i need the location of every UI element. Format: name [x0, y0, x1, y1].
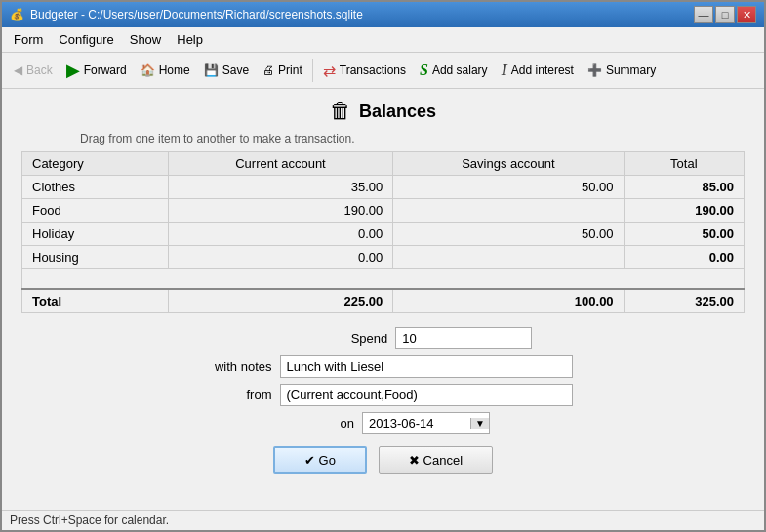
- row-housing-total: 0.00: [624, 246, 744, 269]
- total-savings: 100.00: [393, 289, 624, 313]
- buttons-row: ✔ Go ✖ Cancel: [273, 446, 493, 474]
- print-button[interactable]: 🖨 Print: [257, 61, 308, 80]
- forward-button[interactable]: ▶ Forward: [60, 57, 133, 84]
- transactions-button[interactable]: ⇄ Transactions: [317, 59, 412, 83]
- on-label: on: [276, 416, 354, 430]
- row-food-current: 190.00: [168, 199, 392, 223]
- row-housing-savings: [393, 246, 624, 269]
- cancel-button[interactable]: ✖ Cancel: [379, 446, 493, 474]
- date-row: on ▼: [276, 412, 490, 434]
- home-icon: 🏠: [141, 63, 155, 77]
- main-window: 💰 Budgeter - C:/Users/user/Documents/Ric…: [0, 0, 766, 532]
- total-row: Total 225.00 100.00 325.00: [22, 289, 745, 313]
- toolbar-separator: [312, 59, 313, 82]
- forward-icon: ▶: [66, 60, 80, 81]
- summary-button[interactable]: ➕ Summary: [582, 61, 662, 80]
- spacer-row: [22, 269, 745, 289]
- row-food-category: Food: [22, 199, 169, 223]
- drag-hint: Drag from one item to another to make a …: [80, 132, 745, 145]
- date-input[interactable]: [363, 413, 470, 433]
- total-total: 325.00: [624, 289, 744, 313]
- notes-input[interactable]: [280, 355, 573, 378]
- row-holiday-current: 0.00: [168, 223, 392, 246]
- row-clothes-total: 85.00: [624, 176, 744, 199]
- spend-label: Spend: [351, 331, 388, 346]
- transaction-form: Spend with notes from on ▼ ✔ Go ✖ Ca: [21, 327, 745, 474]
- go-button[interactable]: ✔ Go: [273, 446, 367, 474]
- total-label: Total: [22, 289, 169, 313]
- row-holiday-category: Holiday: [22, 223, 169, 246]
- menu-configure[interactable]: Configure: [51, 29, 121, 50]
- page-title-row: 🗑 Balances: [21, 99, 745, 124]
- title-bar: 💰 Budgeter - C:/Users/user/Documents/Ric…: [2, 2, 764, 27]
- from-label: from: [194, 388, 272, 402]
- home-button[interactable]: 🏠 Home: [135, 61, 196, 80]
- row-food-savings: [393, 199, 624, 223]
- page-title: Balances: [359, 102, 436, 122]
- toolbar: ◀ Back ▶ Forward 🏠 Home 💾 Save 🖨 Print ⇄…: [2, 53, 764, 89]
- menu-help[interactable]: Help: [169, 29, 211, 50]
- notes-label: with notes: [194, 359, 272, 374]
- minimize-button[interactable]: —: [694, 6, 713, 23]
- status-text: Press Ctrl+Space for calendar.: [10, 513, 169, 527]
- col-header-savings: Savings account: [393, 152, 624, 176]
- summary-icon: ➕: [587, 63, 602, 77]
- notes-row: with notes: [194, 355, 573, 378]
- menu-form[interactable]: Form: [6, 29, 51, 50]
- row-clothes-savings: 50.00: [393, 176, 624, 199]
- row-housing-category: Housing: [22, 246, 169, 269]
- col-header-current: Current account: [168, 152, 392, 176]
- add-salary-icon: S: [420, 61, 428, 79]
- balances-icon: 🗑: [330, 99, 351, 124]
- back-button[interactable]: ◀ Back: [8, 61, 59, 80]
- table-row[interactable]: Holiday 0.00 50.00 50.00: [22, 223, 745, 246]
- spend-row: Spend: [351, 327, 533, 349]
- add-interest-icon: I: [502, 61, 507, 79]
- table-row[interactable]: Clothes 35.00 50.00 85.00: [22, 176, 745, 199]
- menu-show[interactable]: Show: [122, 29, 170, 50]
- save-icon: 💾: [204, 63, 219, 77]
- table-row[interactable]: Food 190.00 190.00: [22, 199, 745, 223]
- maximize-button[interactable]: □: [715, 6, 735, 23]
- menu-bar: Form Configure Show Help: [2, 27, 764, 53]
- balance-table: Category Current account Savings account…: [21, 151, 745, 313]
- back-icon: ◀: [14, 63, 22, 77]
- col-header-category: Category: [22, 152, 169, 176]
- status-bar: Press Ctrl+Space for calendar.: [2, 510, 764, 530]
- date-dropdown-arrow[interactable]: ▼: [470, 418, 489, 429]
- table-row[interactable]: Housing 0.00 0.00: [22, 246, 745, 269]
- add-salary-button[interactable]: S Add salary: [414, 59, 494, 82]
- row-food-total: 190.00: [624, 199, 744, 223]
- col-header-total: Total: [624, 152, 744, 176]
- row-holiday-total: 50.00: [624, 223, 744, 246]
- print-icon: 🖨: [262, 63, 274, 77]
- main-content: 🗑 Balances Drag from one item to another…: [2, 89, 764, 510]
- spend-input[interactable]: [395, 327, 532, 349]
- row-clothes-category: Clothes: [22, 176, 169, 199]
- window-title: Budgeter - C:/Users/user/Documents/Richa…: [30, 8, 363, 21]
- total-current: 225.00: [168, 289, 392, 313]
- from-row: from: [194, 384, 573, 406]
- row-clothes-current: 35.00: [168, 176, 392, 199]
- close-button[interactable]: ✕: [737, 6, 756, 23]
- from-input[interactable]: [280, 384, 573, 406]
- row-holiday-savings: 50.00: [393, 223, 624, 246]
- date-combo: ▼: [362, 412, 490, 434]
- add-interest-button[interactable]: I Add interest: [496, 59, 580, 82]
- app-icon: 💰: [10, 8, 24, 21]
- window-controls: — □ ✕: [694, 6, 756, 23]
- save-button[interactable]: 💾 Save: [198, 61, 255, 80]
- row-housing-current: 0.00: [168, 246, 392, 269]
- transactions-icon: ⇄: [323, 61, 336, 80]
